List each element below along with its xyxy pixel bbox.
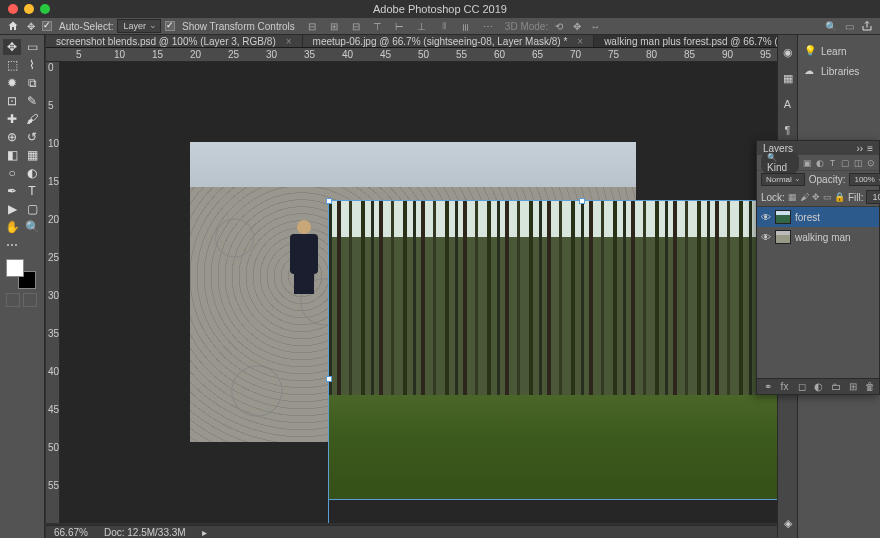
shape-tool[interactable]: ▢ (23, 201, 41, 217)
align-bottom-icon[interactable]: ⊥ (415, 19, 429, 33)
filter-adjustment-icon[interactable]: ◐ (816, 158, 824, 168)
blend-mode-dropdown[interactable]: Normal (761, 173, 805, 186)
more-icon[interactable]: ⋯ (481, 19, 495, 33)
character-panel-icon[interactable]: A (781, 97, 795, 111)
screen-mode-icon[interactable] (23, 293, 37, 307)
frame-tool[interactable]: ⊡ (3, 93, 21, 109)
workspace-icon[interactable]: ▭ (842, 19, 856, 33)
crop-tool[interactable]: ⧉ (23, 75, 41, 91)
filter-shape-icon[interactable]: ▢ (841, 158, 850, 168)
show-transform-checkbox[interactable] (165, 21, 175, 31)
window-close-button[interactable] (8, 4, 18, 14)
filter-toggle-icon[interactable]: ⊙ (867, 158, 875, 168)
collapse-icon[interactable]: ›› (856, 143, 863, 154)
close-tab-icon[interactable]: × (286, 36, 292, 47)
window-minimize-button[interactable] (24, 4, 34, 14)
layer-name[interactable]: walking man (795, 232, 851, 243)
filter-type-icon[interactable]: T (828, 158, 836, 168)
distribute-v-icon[interactable]: ⫼ (459, 19, 473, 33)
visibility-toggle-icon[interactable]: 👁 (761, 212, 771, 222)
zoom-tool[interactable]: 🔍 (23, 219, 41, 235)
eyedropper-tool[interactable]: ✎ (23, 93, 41, 109)
lasso-tool[interactable]: ⌇ (23, 57, 41, 73)
align-top-icon[interactable]: ⊤ (371, 19, 385, 33)
color-panel-icon[interactable]: ◉ (781, 45, 795, 59)
slide-3d-icon[interactable]: ↔ (588, 19, 602, 33)
quick-select-tool[interactable]: ✹ (3, 75, 21, 91)
canvas-area[interactable] (60, 62, 777, 523)
adjustment-layer-icon[interactable]: ◐ (813, 381, 824, 392)
learn-button[interactable]: 💡Learn (802, 41, 876, 61)
fill-input[interactable]: 100% (866, 190, 880, 204)
move-tool-icon: ✥ (24, 19, 38, 33)
swatches-panel-icon[interactable]: ▦ (781, 71, 795, 85)
vertical-ruler[interactable]: 0510152025303540455055 (46, 62, 60, 523)
layer-thumbnail[interactable] (775, 230, 791, 244)
lock-position-icon[interactable]: ✥ (812, 192, 820, 202)
tab-screenshot-blends[interactable]: screenshot blends.psd @ 100% (Layer 3, R… (46, 35, 303, 47)
filter-smart-icon[interactable]: ◫ (854, 158, 863, 168)
link-layers-icon[interactable]: ⚭ (762, 381, 773, 392)
distribute-h-icon[interactable]: ⫴ (437, 19, 451, 33)
delete-layer-icon[interactable]: 🗑 (864, 381, 875, 392)
lock-pixels-icon[interactable]: 🖌 (800, 192, 809, 202)
layer-thumbnail[interactable] (775, 210, 791, 224)
color-swatches[interactable] (6, 259, 36, 289)
libraries-button[interactable]: ☁Libraries (802, 61, 876, 81)
layer-walking-man[interactable]: 👁 walking man (757, 227, 879, 247)
window-maximize-button[interactable] (40, 4, 50, 14)
home-icon[interactable] (6, 19, 20, 33)
forest-image[interactable] (328, 200, 777, 500)
path-select-tool[interactable]: ▶ (3, 201, 21, 217)
marquee-tool[interactable]: ⬚ (3, 57, 21, 73)
pan-3d-icon[interactable]: ✥ (570, 19, 584, 33)
pen-tool[interactable]: ✒ (3, 183, 21, 199)
lock-artboard-icon[interactable]: ▭ (823, 192, 832, 202)
artboard-tool[interactable]: ▭ (23, 39, 41, 55)
share-icon[interactable] (860, 19, 874, 33)
auto-select-dropdown[interactable]: Layer (117, 19, 161, 33)
layer-mask-icon[interactable]: ◻ (796, 381, 807, 392)
new-layer-icon[interactable]: ⊞ (847, 381, 858, 392)
lock-all-icon[interactable]: 🔒 (835, 192, 845, 202)
eraser-tool[interactable]: ◧ (3, 147, 21, 163)
filter-pixel-icon[interactable]: ▣ (803, 158, 812, 168)
status-arrow-icon[interactable]: ▸ (202, 527, 207, 538)
visibility-toggle-icon[interactable]: 👁 (761, 232, 771, 242)
panel-menu-icon[interactable]: ≡ (867, 143, 873, 154)
close-tab-icon[interactable]: × (577, 36, 583, 47)
layer-style-icon[interactable]: fx (779, 381, 790, 392)
blur-tool[interactable]: ○ (3, 165, 21, 181)
dodge-tool[interactable]: ◐ (23, 165, 41, 181)
layers-panel-icon[interactable]: ◈ (781, 516, 795, 530)
search-icon[interactable]: 🔍 (824, 19, 838, 33)
foreground-color[interactable] (6, 259, 24, 277)
lock-transparency-icon[interactable]: ▦ (788, 192, 797, 202)
type-tool[interactable]: T (23, 183, 41, 199)
zoom-level[interactable]: 66.67% (54, 527, 88, 538)
brush-tool[interactable]: 🖌 (23, 111, 41, 127)
move-tool[interactable]: ✥ (3, 39, 21, 55)
paragraph-panel-icon[interactable]: ¶ (781, 123, 795, 137)
group-icon[interactable]: 🗀 (830, 381, 841, 392)
doc-size[interactable]: Doc: 12.5M/33.3M (104, 527, 186, 538)
opacity-input[interactable]: 100% (849, 173, 880, 186)
hand-tool[interactable]: ✋ (3, 219, 21, 235)
layer-name[interactable]: forest (795, 212, 820, 223)
quick-mask-icon[interactable] (6, 293, 20, 307)
history-brush-tool[interactable]: ↺ (23, 129, 41, 145)
layer-filter-search[interactable]: 🔍 Kind (761, 152, 799, 174)
edit-toolbar[interactable]: ⋯ (3, 237, 21, 253)
healing-tool[interactable]: ✚ (3, 111, 21, 127)
align-right-icon[interactable]: ⊟ (349, 19, 363, 33)
align-left-icon[interactable]: ⊟ (305, 19, 319, 33)
auto-select-checkbox[interactable] (42, 21, 52, 31)
horizontal-ruler[interactable]: 05101520253035404550556065707580859095 (46, 48, 777, 62)
stamp-tool[interactable]: ⊕ (3, 129, 21, 145)
tab-meetup[interactable]: meetup-06.jpg @ 66.7% (sightseeing-08, L… (303, 35, 595, 47)
layer-forest[interactable]: 👁 forest (757, 207, 879, 227)
orbit-3d-icon[interactable]: ⟲ (552, 19, 566, 33)
align-center-h-icon[interactable]: ⊞ (327, 19, 341, 33)
gradient-tool[interactable]: ▦ (23, 147, 41, 163)
align-center-v-icon[interactable]: ⊢ (393, 19, 407, 33)
